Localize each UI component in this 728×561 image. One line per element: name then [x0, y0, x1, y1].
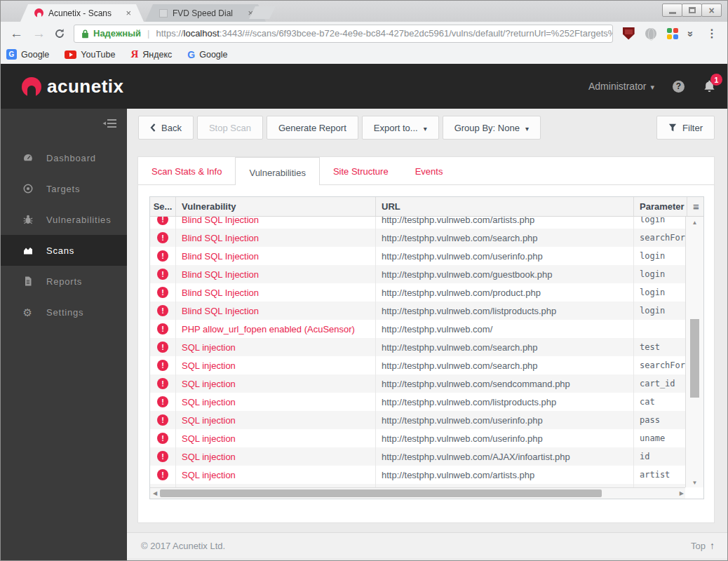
toolbar: Back Stop Scan Generate Report Export to… [138, 116, 715, 140]
secure-indicator[interactable]: Надежный [81, 28, 141, 39]
tab-site-structure[interactable]: Site Structure [320, 159, 402, 184]
table-row[interactable]: SQL injectionhttp://testphp.vulnweb.com/… [150, 447, 685, 466]
table-row[interactable]: SQL injectionhttp://testphp.vulnweb.com/… [150, 338, 685, 356]
column-menu-button[interactable]: ≡ [687, 197, 705, 216]
scroll-up-arrow[interactable]: ▲ [686, 219, 703, 226]
horizontal-scroll-thumb[interactable] [160, 489, 602, 497]
address-bar: ← → Надежный | https://localhost:3443/#/… [1, 22, 727, 45]
extension-icons: » ⋮ [623, 27, 720, 40]
bookmark-yandex[interactable]: ЯЯндекс [130, 48, 172, 60]
minimize-button[interactable] [662, 4, 682, 17]
bookmark-google[interactable]: GGoogle [187, 49, 227, 60]
table-row[interactable]: SQL injectionhttp://testphp.vulnweb.com/… [150, 374, 685, 393]
sidebar-collapse-icon[interactable] [102, 119, 117, 131]
notifications-button[interactable]: 1 [703, 79, 716, 93]
url-cell: http://testphp.vulnweb.com/userinfo.php [375, 429, 633, 447]
browser-menu-icon[interactable]: ⋮ [703, 27, 720, 40]
chevron-left-icon [150, 123, 156, 132]
tab-title: Acunetix - Scans [48, 8, 119, 18]
sidebar-item-vulnerabilities[interactable]: Vulnerabilities [1, 204, 127, 235]
export-dropdown[interactable]: Export to... [362, 116, 439, 140]
back-nav-icon[interactable]: ← [10, 27, 23, 40]
back-button[interactable]: Back [138, 116, 194, 140]
generate-report-button[interactable]: Generate Report [267, 116, 358, 140]
table-row[interactable]: SQL injectionhttp://testphp.vulnweb.com/… [150, 356, 685, 374]
url-cell: http://testphp.vulnweb.com/artists.php [375, 466, 633, 484]
severity-cell [150, 265, 175, 283]
scroll-down-arrow[interactable]: ▼ [686, 480, 703, 486]
tab-scan-stats[interactable]: Scan Stats & Info [138, 159, 235, 184]
vulnerability-cell: Blind SQL Injection [175, 217, 375, 229]
severity-cell [150, 247, 175, 265]
url-host: localhost [184, 28, 220, 39]
fvd-extension-icon[interactable] [667, 28, 678, 39]
lock-icon [81, 29, 89, 39]
column-header-parameter[interactable]: Parameter [633, 197, 687, 216]
bookmark-google-translate[interactable]: GGoogle [6, 49, 49, 60]
vertical-scrollbar[interactable]: ▲ ▼ [685, 217, 703, 489]
back-label: Back [161, 123, 182, 133]
maximize-icon [689, 7, 696, 13]
forward-nav-icon[interactable]: → [32, 27, 46, 40]
high-severity-icon [157, 217, 168, 225]
table-row[interactable]: Blind SQL Injectionhttp://testphp.vulnwe… [150, 265, 685, 283]
sidebar-item-targets[interactable]: Targets [1, 173, 127, 204]
sidebar-item-label: Scans [46, 245, 74, 256]
bookmark-youtube[interactable]: YouTube [65, 50, 115, 60]
table-row[interactable]: SQL injectionhttp://testphp.vulnweb.com/… [150, 466, 685, 484]
table-row[interactable]: Blind SQL Injectionhttp://testphp.vulnwe… [150, 229, 685, 247]
column-header-vulnerability[interactable]: Vulnerability [175, 197, 375, 216]
sidebar-item-dashboard[interactable]: Dashboard [1, 142, 127, 173]
target-icon [22, 183, 34, 194]
scroll-left-arrow[interactable]: ◀ [153, 489, 157, 499]
table-row[interactable]: SQL injectionhttp://testphp.vulnweb.com/… [150, 393, 685, 411]
youtube-favicon [65, 50, 76, 59]
table-row[interactable]: Blind SQL Injectionhttp://testphp.vulnwe… [150, 283, 685, 302]
tab-close-icon[interactable]: × [126, 8, 131, 18]
sidebar-menu: Dashboard Targets Vulnerabilities Scans … [1, 109, 127, 327]
help-icon[interactable]: ? [673, 81, 685, 93]
chevron-down-icon [424, 123, 427, 133]
column-header-url[interactable]: URL [375, 197, 633, 216]
sidebar-item-reports[interactable]: Reports [1, 266, 127, 297]
table-row[interactable]: Blind SQL Injectionhttp://testphp.vulnwe… [150, 302, 685, 320]
stop-scan-button[interactable]: Stop Scan [197, 116, 263, 140]
horizontal-scrollbar[interactable]: ◀ ▶ [150, 487, 687, 499]
sidebar-item-settings[interactable]: ⚙ Settings [1, 297, 127, 327]
globe-extension-icon[interactable] [645, 28, 656, 39]
vuln-table-body: Blind SQL Injectionhttp://testphp.vulnwe… [150, 217, 685, 489]
user-menu[interactable]: Administrator [588, 81, 654, 92]
table-row[interactable]: SQL injectionhttp://testphp.vulnweb.com/… [150, 411, 685, 429]
vertical-scroll-thumb[interactable] [690, 319, 699, 398]
url-cell: http://testphp.vulnweb.com/search.php [375, 356, 633, 374]
url-input[interactable]: Надежный | https://localhost:3443/#/scan… [74, 25, 613, 43]
close-button[interactable]: × [701, 4, 722, 17]
overflow-chevron-icon[interactable]: » [685, 31, 696, 35]
table-row[interactable]: Blind SQL Injectionhttp://testphp.vulnwe… [150, 247, 685, 265]
parameter-cell: login [633, 217, 685, 229]
browser-tab-acunetix[interactable]: Acunetix - Scans × [20, 4, 144, 22]
back-to-top-link[interactable]: Top ↑ [691, 540, 715, 551]
severity-cell [150, 217, 175, 229]
copyright-text: © 2017 Acunetix Ltd. [141, 541, 225, 551]
scans-icon [22, 245, 34, 256]
sidebar-item-label: Reports [46, 276, 82, 287]
column-header-severity[interactable]: Se... [150, 197, 175, 216]
url-cell: http://testphp.vulnweb.com/listproducts.… [375, 302, 633, 320]
severity-cell [150, 229, 175, 247]
fvd-tile [673, 34, 678, 39]
maximize-button[interactable] [682, 4, 702, 17]
sidebar-item-scans[interactable]: Scans [1, 235, 127, 266]
table-row[interactable]: SQL injectionhttp://testphp.vulnweb.com/… [150, 429, 685, 447]
scroll-right-arrow[interactable]: ▶ [680, 489, 684, 499]
reload-icon[interactable] [54, 28, 65, 39]
table-row[interactable]: PHP allow_url_fopen enabled (AcuSensor)h… [150, 320, 685, 338]
table-row[interactable]: Blind SQL Injectionhttp://testphp.vulnwe… [150, 217, 685, 229]
ublock-extension-icon[interactable] [623, 27, 635, 40]
filter-button[interactable]: Filter [656, 116, 715, 140]
group-by-dropdown[interactable]: Group By: None [443, 116, 541, 140]
browser-tab-fvd[interactable]: FVD Speed Dial × [145, 4, 266, 22]
tab-vulnerabilities[interactable]: Vulnerabilities [235, 157, 319, 185]
tab-events[interactable]: Events [402, 159, 457, 184]
vulnerability-cell: SQL injection [175, 374, 375, 393]
